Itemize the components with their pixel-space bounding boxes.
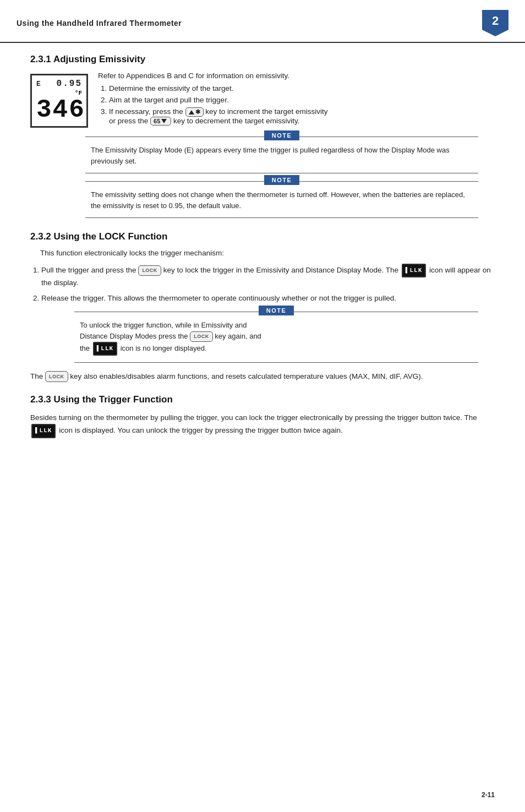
chapter-badge: 2: [482, 10, 508, 36]
note-232-text: To unlock the trigger function, while in…: [74, 320, 478, 362]
lock-step-2: Release the trigger. This allows the the…: [41, 293, 495, 304]
thermo-e-label: E: [36, 80, 41, 88]
step-1: Determine the emissivity of the target.: [109, 84, 495, 92]
section-232-extra: The LOCK key also enables/disables alarm…: [30, 370, 495, 383]
llk-icon-233: ▌LLK: [31, 424, 56, 438]
steps-list: Determine the emissivity of the target. …: [109, 84, 495, 126]
lock-key-note: LOCK: [190, 331, 213, 342]
section-231-content: E 0.95 °F 346 Refer to Appendices B and …: [30, 72, 495, 129]
step-3: If necessary, press the ✱ key to increme…: [109, 107, 495, 126]
down-key-icon: 65: [150, 117, 171, 126]
lock-key-extra: LOCK: [45, 371, 68, 382]
note-232-label: NOTE: [259, 306, 294, 315]
llk-icon-step1: ▌LLK: [402, 264, 426, 277]
section-231-text: Refer to Appendices B and C for informat…: [98, 72, 495, 129]
note-1-text: The Emissivity Display Mode (E) appears …: [85, 145, 478, 173]
note-1-container: NOTE The Emissivity Display Mode (E) app…: [85, 137, 478, 173]
section-231: 2.3.1 Adjusting Emissivity E 0.95 °F 346…: [30, 54, 495, 218]
note-232: NOTE To unlock the trigger function, whi…: [74, 312, 478, 362]
section-232-intro: This function electronically locks the t…: [40, 249, 495, 257]
page-header: Using the Handheld Infrared Thermometer …: [0, 0, 525, 43]
page-number: 2-11: [482, 791, 495, 799]
note-2-label: NOTE: [264, 175, 300, 185]
lock-key-step1: LOCK: [138, 265, 161, 276]
section-233: 2.3.3 Using the Trigger Function Besides…: [30, 394, 495, 438]
section-231-intro: Refer to Appendices B and C for informat…: [98, 72, 495, 80]
triangle-up-icon: [189, 110, 194, 115]
note-2: NOTE The emissivity setting does not cha…: [85, 181, 478, 218]
note-2-text: The emissivity setting does not change w…: [85, 189, 478, 217]
note-1: NOTE The Emissivity Display Mode (E) app…: [85, 137, 478, 173]
note-232-container: NOTE To unlock the trigger function, whi…: [74, 312, 478, 362]
note-1-label: NOTE: [264, 130, 300, 140]
section-232: 2.3.2 Using the LOCK Function This funct…: [30, 231, 495, 382]
section-232-title: 2.3.2 Using the LOCK Function: [30, 231, 495, 242]
triangle-down-icon: [161, 119, 167, 123]
section-233-title: 2.3.3 Using the Trigger Function: [30, 394, 495, 405]
header-title: Using the Handheld Infrared Thermometer: [17, 19, 182, 28]
note-2-container: NOTE The emissivity setting does not cha…: [85, 181, 478, 218]
up-key-icon: ✱: [185, 107, 204, 117]
section-233-body: Besides turning on the thermometer by pu…: [30, 412, 495, 438]
llk-icon-note: ▌LLK: [93, 342, 117, 356]
lock-step-1: Pull the trigger and press the LOCK key …: [41, 264, 495, 288]
thermometer-display: E 0.95 °F 346: [30, 74, 88, 128]
thermo-big-value: 346: [36, 97, 82, 123]
thermo-value: 0.95: [57, 79, 82, 89]
section-231-title: 2.3.1 Adjusting Emissivity: [30, 54, 495, 65]
step-2: Aim at the target and pull the trigger.: [109, 96, 495, 104]
section-232-steps: Pull the trigger and press the LOCK key …: [41, 264, 495, 304]
